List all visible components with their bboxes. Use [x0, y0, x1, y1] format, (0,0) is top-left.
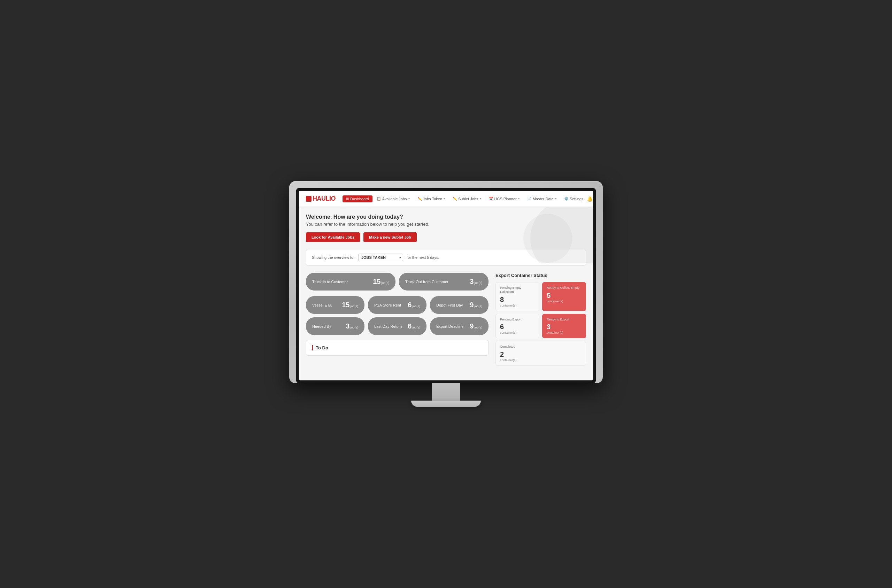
select-wrapper: JOBS TAKEN AVAILABLE JOBS SUBLET JOBS	[358, 254, 403, 261]
job-card-truck-out-label: Truck Out from Customer	[405, 280, 449, 284]
job-card-truck-out-unit: job(s)	[474, 281, 482, 285]
nav-item-sublet-jobs[interactable]: ✏️ Sublet Jobs ▾	[449, 195, 484, 202]
job-card-truck-in-unit: job(s)	[381, 281, 389, 285]
todo-title: To Do	[312, 345, 483, 350]
status-card-completed: Completed 2 container(s)	[496, 341, 586, 366]
nav-label-hcs-planner: HCS Planner	[494, 197, 517, 201]
nav-item-master-data[interactable]: 📄 Master Data ▾	[524, 195, 560, 202]
hcs-planner-icon: 📅	[489, 197, 493, 201]
main-content: Welcome. How are you doing today? You ca…	[299, 207, 593, 380]
settings-icon: ⚙️	[564, 197, 568, 201]
job-card-psa-store-rent-label: PSA Store Rent	[374, 303, 401, 307]
job-card-psa-store-rent[interactable]: PSA Store Rent 6 job(s)	[368, 296, 426, 314]
logo-text: HAULIO	[312, 195, 336, 202]
status-card-completed-unit: container(s)	[500, 358, 581, 362]
chevron-down-icon: ▾	[480, 197, 481, 200]
left-panel: Truck In to Customer 15 job(s) Truck Out…	[306, 273, 488, 366]
status-card-completed-count: 2	[500, 350, 581, 358]
job-cards-bottom: Needed By 3 job(s) Last Day Return	[306, 317, 488, 335]
logo-icon	[306, 196, 311, 202]
job-card-vessel-eta-count: 15 job(s)	[342, 301, 358, 309]
chevron-down-icon: ▾	[408, 197, 410, 200]
nav-item-jobs-taken[interactable]: ✏️ Jobs Taken ▾	[414, 195, 449, 202]
welcome-subtitle: You can refer to the information below t…	[306, 222, 586, 227]
job-card-truck-out[interactable]: Truck Out from Customer 3 job(s)	[399, 273, 488, 291]
status-card-pending-export-unit: container(s)	[500, 331, 535, 334]
status-card-completed-label: Completed	[500, 345, 581, 349]
job-card-truck-out-count: 3 job(s)	[470, 278, 482, 286]
job-card-depot-first-day-num: 9	[470, 301, 473, 309]
status-card-ready-collect-label: Ready to Collect Empty	[547, 286, 581, 290]
monitor-bezel: HAULIO ⊞ Dashboard 📋 Available Jobs ▾	[296, 188, 596, 383]
welcome-title: Welcome. How are you doing today?	[306, 214, 586, 220]
job-card-vessel-eta-label: Vessel ETA	[312, 303, 332, 307]
status-card-pending-export-label: Pending Export	[500, 318, 535, 322]
job-card-vessel-eta[interactable]: Vessel ETA 15 job(s)	[306, 296, 365, 314]
job-card-truck-in-label: Truck In to Customer	[312, 280, 348, 284]
chevron-down-icon: ▾	[443, 197, 445, 200]
status-card-ready-collect: Ready to Collect Empty 5 container(s)	[542, 282, 586, 311]
status-card-completed-num: 2	[500, 350, 504, 358]
job-card-depot-first-day-label: Depot First Day	[436, 303, 463, 307]
notification-icon[interactable]: 🔔	[587, 196, 593, 202]
job-card-export-deadline-count: 9 job(s)	[470, 322, 482, 330]
nav-label-settings: Settings	[570, 197, 584, 201]
make-sublet-job-button[interactable]: Make a new Sublet Job	[363, 232, 416, 242]
sublet-jobs-icon: ✏️	[453, 197, 457, 201]
status-card-pending-export-count: 6	[500, 323, 535, 331]
job-card-vessel-eta-unit: job(s)	[350, 304, 358, 308]
nav-item-dashboard[interactable]: ⊞ Dashboard	[342, 195, 372, 202]
available-jobs-icon: 📋	[377, 197, 381, 201]
job-card-depot-first-day[interactable]: Depot First Day 9 job(s)	[430, 296, 488, 314]
job-card-last-day-return[interactable]: Last Day Return 6 job(s)	[368, 317, 426, 335]
todo-section: To Do	[306, 340, 488, 356]
status-card-ready-export-unit: container(s)	[547, 331, 581, 334]
monitor-stand-neck	[432, 383, 460, 400]
job-card-truck-in-num: 15	[373, 278, 380, 286]
nav-label-jobs-taken: Jobs Taken	[423, 197, 442, 201]
overview-bar: Showing the overview for JOBS TAKEN AVAI…	[306, 249, 586, 266]
job-card-export-deadline-label: Export Deadline	[436, 324, 463, 328]
job-cards-middle: Vessel ETA 15 job(s) PSA Store Rent	[306, 296, 488, 314]
job-card-last-day-return-num: 6	[408, 322, 411, 330]
nav-right: 🔔 👤	[587, 196, 593, 202]
status-card-pending-empty-label: Pending Empty Collection	[500, 286, 535, 294]
action-buttons: Look for Available Jobs Make a new Suble…	[306, 232, 586, 242]
nav-item-available-jobs[interactable]: 📋 Available Jobs ▾	[373, 195, 413, 202]
chevron-down-icon: ▾	[555, 197, 556, 200]
monitor-wrapper: HAULIO ⊞ Dashboard 📋 Available Jobs ▾	[289, 181, 603, 406]
nav-label-sublet-jobs: Sublet Jobs	[458, 197, 478, 201]
status-card-ready-collect-unit: container(s)	[547, 300, 581, 303]
nav-label-available-jobs: Available Jobs	[382, 197, 407, 201]
job-card-needed-by[interactable]: Needed By 3 job(s)	[306, 317, 365, 335]
status-card-pending-export-num: 6	[500, 323, 504, 331]
job-card-truck-in-count: 15 job(s)	[373, 278, 389, 286]
job-card-last-day-return-label: Last Day Return	[374, 324, 402, 328]
job-card-export-deadline-unit: job(s)	[474, 326, 482, 329]
job-card-truck-in[interactable]: Truck In to Customer 15 job(s)	[306, 273, 395, 291]
status-card-pending-empty-num: 8	[500, 296, 504, 304]
look-for-jobs-button[interactable]: Look for Available Jobs	[306, 232, 360, 242]
job-card-export-deadline[interactable]: Export Deadline 9 job(s)	[430, 317, 488, 335]
content-grid: Truck In to Customer 15 job(s) Truck Out…	[306, 273, 586, 366]
nav-item-settings[interactable]: ⚙️ Settings	[561, 195, 587, 202]
monitor-screen: HAULIO ⊞ Dashboard 📋 Available Jobs ▾	[299, 191, 593, 380]
job-card-psa-store-rent-count: 6 job(s)	[408, 301, 420, 309]
status-card-pending-empty: Pending Empty Collection 8 container(s)	[496, 282, 539, 311]
nav-item-hcs-planner[interactable]: 📅 HCS Planner ▾	[485, 195, 523, 202]
job-card-last-day-return-count: 6 job(s)	[408, 322, 420, 330]
monitor-body: HAULIO ⊞ Dashboard 📋 Available Jobs ▾	[289, 181, 603, 383]
overview-select[interactable]: JOBS TAKEN AVAILABLE JOBS SUBLET JOBS	[358, 254, 403, 261]
master-data-icon: 📄	[527, 197, 532, 201]
welcome-section: Welcome. How are you doing today? You ca…	[306, 214, 586, 227]
logo: HAULIO	[306, 195, 336, 202]
job-card-vessel-eta-num: 15	[342, 301, 350, 309]
monitor-stand-base	[411, 400, 481, 407]
nav-label-dashboard: Dashboard	[350, 197, 369, 201]
status-card-ready-export-count: 3	[547, 323, 581, 331]
nav-items: ⊞ Dashboard 📋 Available Jobs ▾ ✏️ Jobs T…	[342, 195, 587, 202]
status-card-pending-empty-unit: container(s)	[500, 304, 535, 307]
job-card-needed-by-count: 3 job(s)	[345, 322, 358, 330]
app: HAULIO ⊞ Dashboard 📋 Available Jobs ▾	[299, 191, 593, 380]
status-card-ready-export: Ready to Export 3 container(s)	[542, 314, 586, 339]
